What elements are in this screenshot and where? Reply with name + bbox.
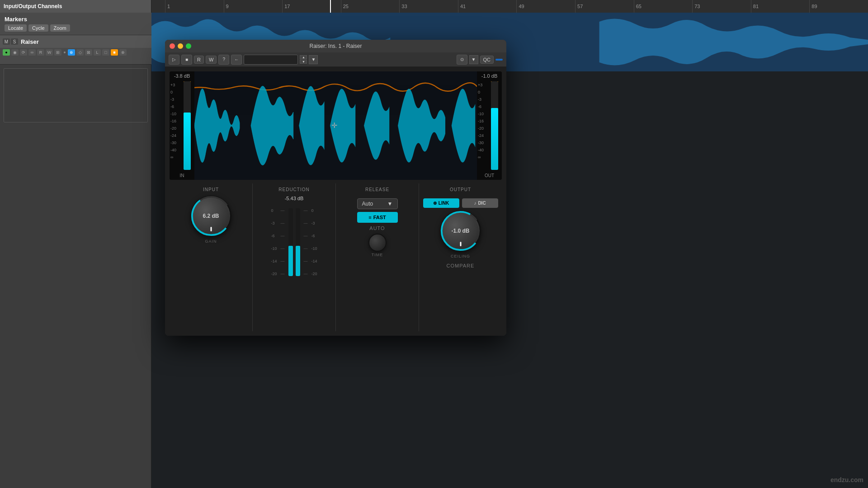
fast-icon: ≡ — [368, 215, 371, 220]
link-icon: ⊗ — [433, 201, 437, 206]
release-panel: RELEASE Auto ▼ ≡ FAST AUTO TIME — [336, 183, 419, 331]
track-color-button[interactable]: ■ — [111, 49, 118, 56]
cycle-button[interactable]: Cycle — [28, 24, 48, 32]
reduction-bar-right — [296, 208, 300, 276]
plugin-toolbar: ▷ ■ R W ? ← ▲ ▼ ▼ ⊙ ▼ QC — [165, 52, 506, 67]
input-panel: INPUT 6.2 dB GAIN — [170, 183, 253, 331]
in-vu-fill — [184, 113, 191, 170]
release-dropdown[interactable]: Auto ▼ — [357, 198, 398, 209]
output-knob-container: -1.0 dB CEILING — [440, 211, 481, 258]
left-panel: Input/Output Channels Markers Locate Cyc… — [0, 0, 151, 488]
output-panel: OUTPUT ⊗ LINK ♪ DIC — [419, 183, 502, 331]
locate-button[interactable]: Locate — [5, 24, 27, 32]
r-btn[interactable]: R — [194, 56, 204, 64]
maximize-button[interactable] — [186, 43, 191, 49]
track-name: Raiser — [21, 38, 39, 45]
link-label: LINK — [439, 201, 449, 206]
qc-btn[interactable]: QC — [480, 56, 494, 64]
reduction-dashes-left: — — — — — — — [281, 208, 285, 276]
input-knob-container: 6.2 dB GAIN — [191, 196, 231, 244]
reduction-label: REDUCTION — [278, 187, 309, 192]
reduction-bar-left — [288, 208, 293, 276]
output-label: OUTPUT — [450, 187, 471, 192]
track-link-button[interactable]: ∞ — [28, 49, 36, 56]
track-grid-button[interactable]: ⊞ — [54, 49, 61, 56]
arrow-down[interactable]: ▼ — [300, 60, 307, 64]
left-panel-header: Input/Output Channels — [0, 0, 151, 13]
ruler-mark-41: 41 — [458, 0, 517, 13]
ruler-mark-81: 81 — [751, 0, 810, 13]
track-record-button[interactable]: ⟳ — [20, 49, 27, 56]
track-power-button[interactable]: ● — [3, 49, 10, 56]
release-dropdown-value: Auto — [362, 201, 373, 207]
track-m-button[interactable]: M — [3, 38, 10, 45]
track-l-button[interactable]: L — [94, 49, 101, 56]
power-btn[interactable]: ▷ — [169, 55, 179, 65]
ruler-mark-73: 73 — [692, 0, 751, 13]
ruler-mark-17: 17 — [282, 0, 341, 13]
raiser-track: M S Raiser ● ◉ ⟳ ∞ R W ⊞ ⊕ ◇ ⊠ L □ ■ ⊗ — [0, 35, 151, 65]
compare-text[interactable]: COMPARE — [447, 263, 475, 268]
input-gain-knob[interactable]: 6.2 dB — [191, 196, 231, 236]
track-s-button[interactable]: S — [11, 38, 18, 45]
markers-buttons: Locate Cycle Zoom — [5, 24, 147, 32]
separator — [64, 52, 66, 53]
arrow-up[interactable]: ▲ — [300, 55, 307, 59]
fast-button[interactable]: ≡ FAST — [357, 212, 398, 223]
out-label: OUT — [485, 173, 494, 178]
snapshot-dropdown[interactable]: ▼ — [469, 55, 478, 64]
fast-label: FAST — [373, 215, 386, 220]
track-folder-button[interactable]: □ — [102, 49, 109, 56]
window-titlebar: Raiser: Ins. 1 - Raiser — [165, 40, 506, 52]
dic-button[interactable]: ♪ DIC — [462, 198, 498, 208]
w-btn[interactable]: W — [206, 56, 217, 64]
link-button[interactable]: ⊗ LINK — [423, 198, 459, 208]
back-btn[interactable]: ← — [231, 55, 242, 65]
ruler-mark-25: 25 — [341, 0, 400, 13]
track-monitor-button[interactable]: ◉ — [11, 49, 19, 56]
ruler-mark-49: 49 — [516, 0, 575, 13]
track-r-button[interactable]: R — [37, 49, 44, 56]
waveform-crosshair[interactable]: ✛ — [331, 121, 340, 130]
center-waveform[interactable]: ✛ — [194, 71, 477, 180]
playhead[interactable] — [330, 0, 331, 13]
ruler-marks: 1 9 17 25 33 41 49 57 65 73 81 89 — [151, 0, 868, 13]
time-knob[interactable] — [368, 234, 387, 252]
minimize-button[interactable] — [178, 43, 183, 49]
reduction-scale-right: 0 -3 -6 -10 -14 -20 — [311, 208, 317, 276]
out-vu-fill — [491, 108, 498, 170]
ceiling-knob[interactable]: -1.0 dB — [440, 211, 481, 251]
plugin-window: Raiser: Ins. 1 - Raiser ▷ ■ R W ? ← ▲ ▼ … — [165, 40, 506, 336]
raiser-track-header: M S Raiser — [0, 35, 151, 48]
track-empty-box — [4, 68, 148, 122]
info-btn[interactable]: ? — [218, 55, 229, 65]
track-eq-button[interactable]: ⊕ — [68, 49, 75, 56]
in-vu-scale: +3 0 -3 -6 -10 -16 -20 -24 -30 -40 ∞ — [170, 81, 176, 161]
ruler-mark-1: 1 — [165, 0, 224, 13]
preset-input[interactable] — [244, 55, 298, 65]
reduction-fill-right — [296, 246, 300, 277]
dic-icon: ♪ — [474, 201, 476, 206]
blue-btn[interactable] — [495, 59, 503, 61]
snapshot-btn[interactable]: ⊙ — [457, 55, 467, 65]
controls-section: INPUT 6.2 dB GAIN REDUCTION -5. — [170, 183, 502, 331]
track-send-button[interactable]: ◇ — [76, 49, 84, 56]
track-w-button[interactable]: W — [46, 49, 53, 56]
track-misc-button[interactable]: ⊗ — [119, 49, 127, 56]
markers-section: Markers Locate Cycle Zoom — [0, 13, 151, 35]
input-label: INPUT — [203, 187, 219, 192]
in-vu-meter: -3.8 dB +3 0 -3 -6 -10 -16 -20 -24 -30 -… — [170, 71, 194, 180]
timeline-ruler: 1 9 17 25 33 41 49 57 65 73 81 89 — [151, 0, 868, 13]
stop-btn[interactable]: ■ — [181, 55, 192, 65]
gain-label: GAIN — [205, 239, 217, 244]
track-fx-button[interactable]: ⊠ — [85, 49, 92, 56]
knob-indicator — [210, 227, 212, 231]
zoom-button[interactable]: Zoom — [50, 24, 70, 32]
reduction-scale-left: 0 -3 -6 -10 -14 -20 — [271, 208, 277, 276]
release-dropdown-arrow: ▼ — [387, 201, 393, 207]
dropdown-arrow[interactable]: ▼ — [309, 55, 318, 64]
waveform-display: -3.8 dB +3 0 -3 -6 -10 -16 -20 -24 -30 -… — [170, 71, 502, 180]
reduction-value: -5.43 dB — [285, 196, 304, 201]
close-button[interactable] — [170, 43, 175, 49]
release-label: RELEASE — [365, 187, 389, 192]
